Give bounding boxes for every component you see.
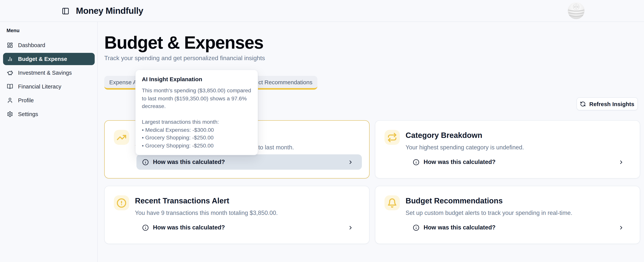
card-icon-box — [384, 130, 400, 145]
refresh-insights-button[interactable]: Refresh Insights — [576, 97, 638, 110]
how-calculated-label: How was this calculated? — [424, 224, 496, 231]
card-subtitle: Set up custom budget alerts to track you… — [406, 210, 572, 216]
card-icon-box — [384, 195, 400, 210]
card-budget-recommendations: Budget Recommendations Set up custom bud… — [375, 186, 640, 244]
card-title: Category Breakdown — [406, 131, 482, 140]
sidebar-item-label: Investment & Savings — [18, 70, 72, 76]
trending-up-icon — [116, 132, 126, 142]
app-root: Money Mindfully — [0, 0, 644, 262]
bell-icon — [387, 198, 397, 208]
book-open-icon — [7, 83, 13, 90]
how-calculated-button[interactable]: How was this calculated? — [407, 220, 632, 235]
sidebar: Menu Dashboard Budget & Expense — [0, 22, 98, 262]
how-calculated-label: How was this calculated? — [153, 224, 225, 231]
info-icon — [413, 224, 419, 231]
chevron-right-icon — [348, 159, 354, 165]
sidebar-item-financial-literacy[interactable]: Financial Literacy — [3, 80, 95, 93]
sidebar-nav: Dashboard Budget & Expense Investme — [0, 39, 97, 122]
page-subtitle: Track your spending and get personalized… — [104, 55, 265, 62]
sidebar-item-label: Financial Literacy — [18, 83, 61, 90]
dashboard-icon — [7, 42, 13, 48]
user-icon — [7, 97, 13, 103]
avatar[interactable] — [568, 2, 584, 19]
sidebar-item-budget-expense[interactable]: Budget & Expense — [3, 53, 95, 65]
card-recent-transactions-alert: Recent Transactions Alert You have 9 tra… — [104, 186, 370, 244]
how-calculated-button[interactable]: How was this calculated? — [136, 220, 362, 235]
sidebar-item-settings[interactable]: Settings — [3, 108, 95, 120]
page-title: Budget & Expenses — [104, 33, 263, 52]
sidebar-item-investment-savings[interactable]: Investment & Savings — [3, 67, 95, 79]
card-title: Recent Transactions Alert — [135, 196, 229, 205]
chevron-right-icon — [618, 225, 624, 230]
alert-circle-icon — [116, 198, 126, 208]
card-title: Budget Recommendations — [406, 196, 503, 205]
chevron-right-icon — [348, 225, 354, 230]
card-icon-box — [114, 195, 129, 210]
main-content: Budget & Expenses Track your spending an… — [98, 22, 644, 262]
sidebar-item-label: Settings — [18, 111, 38, 117]
info-icon — [142, 159, 149, 165]
repeat-icon — [387, 132, 397, 142]
sidebar-item-label: Profile — [18, 97, 34, 103]
app-title: Money Mindfully — [76, 6, 143, 16]
refresh-icon — [580, 101, 586, 107]
sidebar-item-profile[interactable]: Profile — [3, 94, 95, 106]
info-icon — [413, 159, 419, 165]
piggy-bank-icon — [7, 70, 13, 76]
info-icon — [142, 224, 149, 231]
sidebar-item-label: Dashboard — [18, 42, 45, 48]
ai-insight-tooltip: AI Insight Explanation This month's spen… — [135, 70, 258, 155]
card-category-breakdown: Category Breakdown Your highest spending… — [375, 120, 640, 179]
tooltip-title: AI Insight Explanation — [142, 75, 252, 83]
sidebar-menu-label: Menu — [6, 27, 20, 33]
card-subtitle: You have 9 transactions this month total… — [135, 210, 278, 216]
panel-left-icon — [62, 7, 70, 15]
sidebar-item-label: Budget & Expense — [18, 56, 67, 62]
card-icon-box — [114, 130, 129, 145]
chevron-right-icon — [618, 159, 624, 165]
sidebar-item-dashboard[interactable]: Dashboard — [3, 39, 95, 51]
how-calculated-label: How was this calculated? — [153, 159, 225, 166]
card-subtitle: Your highest spending category is undefi… — [406, 144, 524, 151]
bar-chart-icon — [7, 56, 13, 62]
top-header: Money Mindfully — [0, 0, 644, 22]
gear-icon — [7, 111, 13, 117]
how-calculated-button[interactable]: How was this calculated? — [136, 154, 362, 170]
how-calculated-button[interactable]: How was this calculated? — [407, 154, 632, 170]
refresh-button-label: Refresh Insights — [589, 101, 634, 107]
tooltip-body: This month's spending ($3,850.00) compar… — [142, 87, 252, 149]
how-calculated-label: How was this calculated? — [424, 159, 496, 166]
sidebar-toggle-button[interactable] — [62, 7, 70, 15]
